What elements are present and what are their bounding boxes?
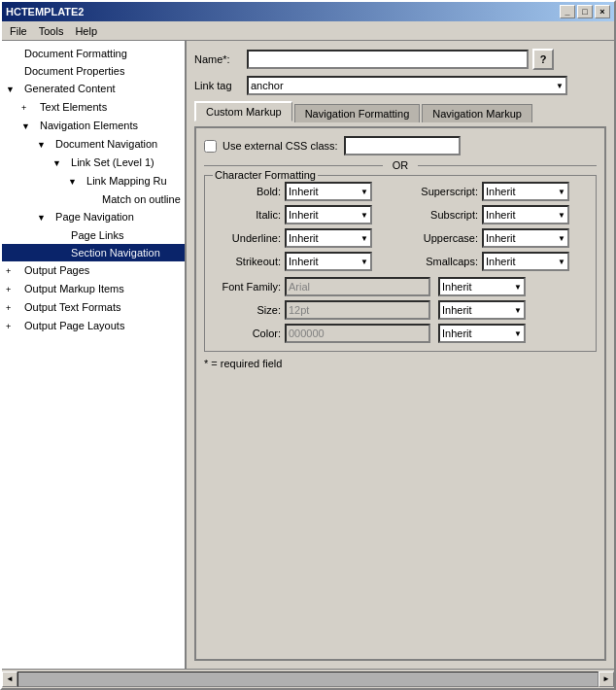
tree-match-on-outline[interactable]: Match on outline xyxy=(2,190,185,208)
underline-arrow-icon: ▼ xyxy=(360,234,368,243)
fontfamily-text-input[interactable] xyxy=(285,277,430,296)
name-input[interactable] xyxy=(247,50,529,69)
underline-value: Inherit xyxy=(289,232,319,244)
fontfamily-dropdown[interactable]: Inherit ▼ xyxy=(438,277,526,296)
size-label: Size: xyxy=(213,304,281,316)
bottom-area: ◄ ► xyxy=(2,669,614,688)
expand-icon[interactable]: + xyxy=(6,263,21,279)
close-button[interactable]: × xyxy=(595,5,610,18)
expand-icon[interactable]: + xyxy=(21,100,37,116)
smallcaps-label: Smallcaps: xyxy=(410,256,478,267)
maximize-button[interactable]: □ xyxy=(577,5,593,18)
expand-icon-collapse[interactable]: ▼ xyxy=(6,82,21,97)
tree-label: Generated Content xyxy=(24,81,116,96)
css-checkbox-row: Use external CSS class: xyxy=(204,136,597,155)
superscript-label: Superscript: xyxy=(410,186,478,197)
required-note: * = required field xyxy=(204,358,597,369)
tree-navigation-elements[interactable]: ▼ Navigation Elements xyxy=(2,117,185,135)
smallcaps-value: Inherit xyxy=(486,256,516,267)
fontfamily-select-value: Inherit xyxy=(442,281,472,293)
or-text: OR xyxy=(383,159,419,171)
tree-generated-content[interactable]: ▼ Generated Content xyxy=(2,80,185,98)
tab-custom-markup[interactable]: Custom Markup xyxy=(194,101,292,121)
underline-row: Underline: Inherit ▼ xyxy=(213,228,391,248)
color-text-input[interactable] xyxy=(285,324,430,343)
tree-label: Link Mapping Ru xyxy=(86,173,167,189)
link-tag-dropdown[interactable]: anchor ▼ xyxy=(247,76,567,95)
tree-label: Text Elements xyxy=(40,99,107,115)
font-family-row: Font Family: Inherit ▼ xyxy=(213,277,588,296)
tree-page-navigation[interactable]: ▼ Page Navigation xyxy=(2,208,185,226)
expand-icon-collapse[interactable]: ▼ xyxy=(68,174,84,190)
char-group-title: Character Formatting xyxy=(213,169,318,181)
scroll-track[interactable] xyxy=(17,672,599,687)
title-bar: HCTEMPLATE2 _ □ × xyxy=(2,2,614,21)
menu-help[interactable]: Help xyxy=(69,23,103,39)
uppercase-dropdown[interactable]: Inherit ▼ xyxy=(482,228,569,248)
tree-label: Output Text Formats xyxy=(24,299,120,315)
strikeout-dropdown[interactable]: Inherit ▼ xyxy=(285,252,372,271)
color-label: Color: xyxy=(213,328,281,339)
tree-label: Section Navigation xyxy=(71,245,160,260)
tree-output-markup-items[interactable]: + Output Markup Items xyxy=(2,280,185,298)
use-css-checkbox[interactable] xyxy=(204,140,217,153)
tree-document-formatting[interactable]: Document Formatting xyxy=(2,45,185,62)
expand-icon-collapse[interactable]: ▼ xyxy=(21,119,37,134)
size-text-input[interactable] xyxy=(285,300,430,320)
tree-section-navigation[interactable]: Section Navigation xyxy=(2,244,185,261)
expand-icon[interactable]: + xyxy=(6,319,21,334)
italic-arrow-icon: ▼ xyxy=(360,211,368,220)
tree-output-page-layouts[interactable]: + Output Page Layouts xyxy=(2,317,185,335)
css-class-input[interactable] xyxy=(344,136,461,155)
tree-document-properties[interactable]: Document Properties xyxy=(2,62,185,80)
tree-link-set[interactable]: ▼ Link Set (Level 1) xyxy=(2,154,185,172)
bold-dropdown[interactable]: Inherit ▼ xyxy=(285,182,372,201)
tree-output-pages[interactable]: + Output Pages xyxy=(2,261,185,280)
tree-page-links[interactable]: Page Links xyxy=(2,226,185,244)
window-title: HCTEMPLATE2 xyxy=(6,6,84,17)
left-tree-panel: Document Formatting Document Properties … xyxy=(2,41,187,669)
expand-icon-collapse[interactable]: ▼ xyxy=(37,210,52,225)
tab-navigation-formatting[interactable]: Navigation Formatting xyxy=(294,104,421,122)
help-button[interactable]: ? xyxy=(532,49,554,70)
superscript-dropdown[interactable]: Inherit ▼ xyxy=(482,182,569,201)
dropdown-arrow-icon: ▼ xyxy=(556,82,564,90)
tree-link-mapping[interactable]: ▼ Link Mapping Ru xyxy=(2,172,185,190)
scroll-right-button[interactable]: ► xyxy=(599,672,614,687)
tree-label: Page Links xyxy=(71,227,123,243)
expand-icon[interactable]: + xyxy=(6,300,21,316)
main-window: HCTEMPLATE2 _ □ × File Tools Help Docume… xyxy=(0,0,616,690)
tree-document-navigation[interactable]: ▼ Document Navigation xyxy=(2,135,185,154)
scroll-left-button[interactable]: ◄ xyxy=(2,672,17,687)
smallcaps-dropdown[interactable]: Inherit ▼ xyxy=(482,252,569,271)
strikeout-arrow-icon: ▼ xyxy=(360,258,368,266)
italic-dropdown[interactable]: Inherit ▼ xyxy=(285,205,372,224)
expand-icon-collapse[interactable]: ▼ xyxy=(37,137,52,153)
subscript-dropdown[interactable]: Inherit ▼ xyxy=(482,205,569,224)
size-dropdown[interactable]: Inherit ▼ xyxy=(438,300,526,320)
tree-output-text-formats[interactable]: + Output Text Formats xyxy=(2,298,185,317)
uppercase-value: Inherit xyxy=(486,232,516,244)
underline-dropdown[interactable]: Inherit ▼ xyxy=(285,228,372,248)
tree-label: Document Properties xyxy=(24,63,124,79)
subscript-label: Subscript: xyxy=(410,209,478,221)
strikeout-label: Strikeout: xyxy=(213,256,281,267)
menu-tools[interactable]: Tools xyxy=(33,23,70,39)
minimize-button[interactable]: _ xyxy=(560,5,575,18)
use-css-label: Use external CSS class: xyxy=(222,140,338,152)
tree-text-elements[interactable]: + Text Elements xyxy=(2,98,185,117)
color-row: Color: Inherit ▼ xyxy=(213,324,588,343)
fontfamily-label: Font Family: xyxy=(213,281,281,293)
expand-icon-collapse[interactable]: ▼ xyxy=(52,155,68,171)
uppercase-label: Uppercase: xyxy=(410,232,478,244)
expand-icon[interactable]: + xyxy=(6,282,21,297)
bold-label: Bold: xyxy=(213,186,281,197)
name-row: Name*: ? xyxy=(194,49,606,70)
color-select-value: Inherit xyxy=(442,328,472,339)
bold-value: Inherit xyxy=(289,186,319,197)
menu-file[interactable]: File xyxy=(4,23,33,39)
name-label: Name*: xyxy=(194,53,243,65)
tab-navigation-markup[interactable]: Navigation Markup xyxy=(422,104,532,122)
color-dropdown[interactable]: Inherit ▼ xyxy=(438,324,526,343)
tree-label: Output Pages xyxy=(24,262,89,278)
